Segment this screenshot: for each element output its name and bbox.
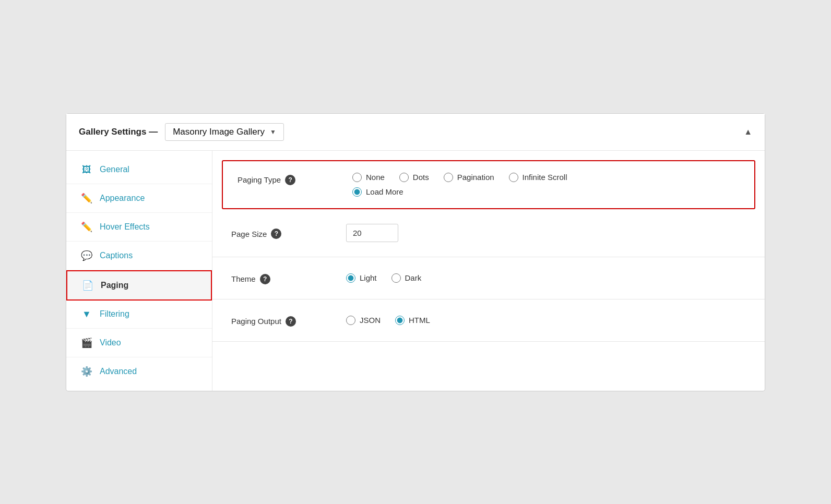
sidebar-item-label: Appearance (100, 194, 145, 203)
page-size-label: Page Size ? (231, 226, 336, 239)
sidebar-item-label: Hover Effects (100, 222, 150, 232)
radio-option-load-more[interactable]: Load More (352, 187, 403, 197)
radio-light-label: Light (360, 273, 377, 282)
radio-none[interactable] (352, 173, 362, 182)
panel-body: 🖼 General ✏️ Appearance ✏️ Hover Effects… (66, 151, 765, 391)
radio-json-label: JSON (360, 316, 381, 325)
page-size-input[interactable] (346, 224, 398, 242)
radio-light[interactable] (346, 273, 355, 283)
sidebar-item-label: Filtering (100, 309, 129, 319)
radio-load-more[interactable] (352, 187, 362, 197)
radio-dots-label: Dots (413, 173, 429, 182)
hover-effects-icon: ✏️ (81, 221, 92, 233)
paging-output-section: Paging Output ? JSON HTML (212, 299, 765, 342)
sidebar-item-label: Video (100, 338, 121, 347)
radio-option-none[interactable]: None (352, 173, 385, 182)
gallery-type-dropdown[interactable]: Masonry Image Gallery ▼ (165, 123, 284, 141)
paging-type-controls: None Dots Pagination (352, 173, 740, 197)
gallery-settings-panel: Gallery Settings — Masonry Image Gallery… (66, 113, 765, 391)
theme-section: Theme ? Light Dark (212, 257, 765, 299)
paging-type-help-icon[interactable]: ? (285, 175, 295, 185)
radio-option-pagination[interactable]: Pagination (444, 173, 494, 182)
sidebar-item-paging[interactable]: 📄 Paging (66, 270, 212, 301)
paging-output-help-icon[interactable]: ? (286, 316, 296, 327)
paging-type-row1: None Dots Pagination (352, 173, 567, 182)
radio-option-html[interactable]: HTML (395, 316, 430, 325)
radio-infinite-scroll[interactable] (509, 173, 518, 182)
sidebar: 🖼 General ✏️ Appearance ✏️ Hover Effects… (66, 151, 212, 391)
radio-html-label: HTML (409, 316, 430, 325)
sidebar-item-video[interactable]: 🎬 Video (66, 329, 212, 357)
radio-dark[interactable] (391, 273, 401, 283)
radio-option-dark[interactable]: Dark (391, 273, 422, 283)
paging-output-controls: JSON HTML (346, 316, 746, 325)
collapse-button[interactable]: ▲ (744, 127, 752, 137)
paging-type-section: Paging Type ? None Dots (222, 160, 755, 209)
radio-none-label: None (366, 173, 385, 182)
radio-html[interactable] (395, 316, 405, 325)
panel-title-label: Gallery Settings — (79, 127, 158, 137)
dropdown-arrow-icon: ▼ (270, 128, 276, 136)
captions-icon: 💬 (81, 250, 92, 261)
sidebar-item-appearance[interactable]: ✏️ Appearance (66, 184, 212, 213)
paging-icon: 📄 (82, 280, 93, 291)
page-size-controls (346, 224, 746, 242)
sidebar-item-label: General (100, 165, 129, 174)
panel-header: Gallery Settings — Masonry Image Gallery… (66, 114, 765, 151)
sidebar-item-label: Advanced (100, 367, 137, 376)
radio-option-light[interactable]: Light (346, 273, 377, 283)
general-icon: 🖼 (81, 164, 92, 175)
radio-load-more-label: Load More (366, 187, 403, 196)
sidebar-item-filtering[interactable]: ▼ Filtering (66, 301, 212, 329)
radio-dots[interactable] (399, 173, 409, 182)
theme-help-icon[interactable]: ? (260, 274, 270, 284)
filtering-icon: ▼ (81, 309, 92, 320)
main-content: Paging Type ? None Dots (212, 151, 765, 391)
radio-pagination-label: Pagination (457, 173, 494, 182)
sidebar-item-general[interactable]: 🖼 General (66, 156, 212, 184)
page-size-help-icon[interactable]: ? (271, 229, 281, 239)
sidebar-item-captions[interactable]: 💬 Captions (66, 242, 212, 270)
panel-header-left: Gallery Settings — Masonry Image Gallery… (79, 123, 284, 141)
radio-option-dots[interactable]: Dots (399, 173, 429, 182)
paging-type-radio-group: None Dots Pagination (352, 173, 567, 197)
radio-dark-label: Dark (405, 273, 422, 282)
radio-option-infinite-scroll[interactable]: Infinite Scroll (509, 173, 567, 182)
page-size-section: Page Size ? (212, 209, 765, 257)
radio-json[interactable] (346, 316, 355, 325)
sidebar-item-label: Paging (101, 281, 128, 290)
radio-option-json[interactable]: JSON (346, 316, 381, 325)
paging-type-label: Paging Type ? (238, 173, 342, 185)
paging-type-row2: Load More (352, 187, 567, 197)
theme-controls: Light Dark (346, 273, 746, 283)
video-icon: 🎬 (81, 337, 92, 349)
sidebar-item-hover-effects[interactable]: ✏️ Hover Effects (66, 213, 212, 242)
sidebar-item-label: Captions (100, 251, 133, 260)
gallery-type-label: Masonry Image Gallery (173, 127, 265, 137)
appearance-icon: ✏️ (81, 193, 92, 204)
paging-output-label: Paging Output ? (231, 314, 336, 327)
radio-pagination[interactable] (444, 173, 453, 182)
theme-label: Theme ? (231, 272, 336, 284)
advanced-icon: ⚙️ (81, 366, 92, 377)
radio-infinite-scroll-label: Infinite Scroll (523, 173, 567, 182)
sidebar-item-advanced[interactable]: ⚙️ Advanced (66, 357, 212, 386)
